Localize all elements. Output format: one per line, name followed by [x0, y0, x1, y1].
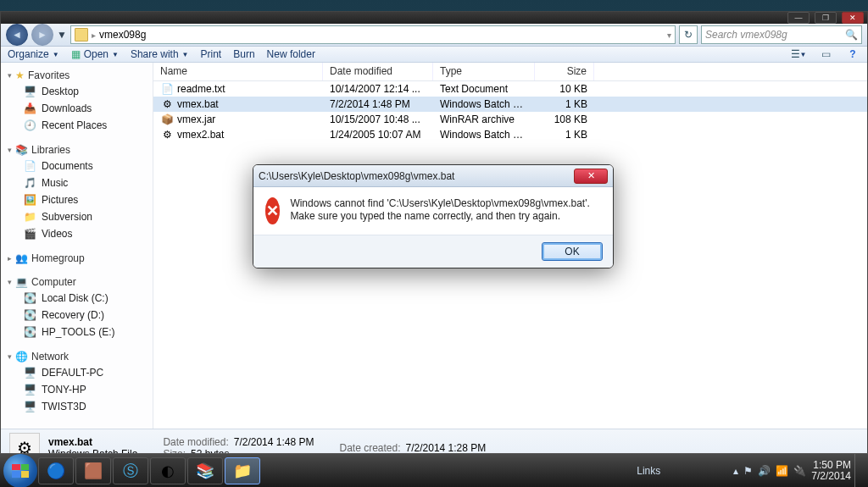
tray-flag-icon[interactable]: ⚑ — [743, 465, 753, 477]
libraries-group: ▾📚Libraries 📄Documents 🎵Music 🖼️Pictures… — [3, 142, 151, 242]
minimize-button[interactable]: — — [787, 12, 810, 24]
favorites-group: ▾★Favorites 🖥️Desktop 📥Downloads 🕘Recent… — [3, 68, 151, 134]
column-headers[interactable]: Name Date modified Type Size — [153, 63, 867, 81]
open-menu[interactable]: ▦Open▼ — [71, 48, 119, 60]
sidebar-item-pictures[interactable]: 🖼️Pictures — [3, 191, 151, 208]
taskbar-skype[interactable]: Ⓢ — [113, 457, 148, 484]
taskbar-steam[interactable]: ◐ — [150, 457, 186, 484]
preview-pane-button[interactable]: ▭ — [818, 47, 833, 62]
breadcrumb-separator-icon: ▸ — [92, 30, 96, 40]
refresh-button[interactable]: ↻ — [679, 25, 698, 44]
tray-volume-icon[interactable]: 🔊 — [758, 465, 771, 477]
file-icon: 📄 — [160, 82, 174, 96]
error-icon: ✕ — [265, 197, 280, 224]
details-created: 7/2/2014 1:28 PM — [406, 442, 487, 454]
sidebar-item-localdisk[interactable]: 💽Local Disk (C:) — [3, 290, 151, 307]
details-modified: 7/2/2014 1:48 PM — [234, 436, 314, 448]
details-created-label: Date created: — [339, 442, 400, 454]
newfolder-button[interactable]: New folder — [267, 48, 315, 60]
file-icon: ⚙ — [160, 128, 174, 141]
organize-menu[interactable]: Organize▼ — [8, 48, 59, 60]
taskbar-winrar[interactable]: 📚 — [187, 457, 223, 484]
col-type[interactable]: Type — [433, 63, 535, 80]
history-dropdown[interactable]: ▼ — [57, 26, 67, 43]
sidebar-item-videos[interactable]: 🎬Videos — [3, 225, 151, 242]
desktop: — ❐ ✕ ◄ ► ▼ ▸ vmex098g ▾ ↻ Search vmex09… — [0, 0, 868, 487]
system-tray[interactable]: ▴ ⚑ 🔊 📶 🔌 — [728, 465, 811, 477]
clock-date: 7/2/2014 — [811, 471, 851, 482]
show-desktop-button[interactable] — [854, 454, 865, 488]
taskbar-explorer[interactable]: 📁 — [225, 457, 260, 484]
file-row[interactable]: ⚙vmex.bat7/2/2014 1:48 PMWindows Batch F… — [153, 97, 867, 112]
sidebar-item-documents[interactable]: 📄Documents — [3, 158, 151, 174]
print-button[interactable]: Print — [201, 48, 222, 60]
ok-button[interactable]: OK — [542, 242, 603, 261]
favorites-header[interactable]: ▾★Favorites — [3, 68, 151, 83]
search-icon[interactable]: 🔍 — [845, 29, 858, 41]
col-date[interactable]: Date modified — [323, 63, 433, 80]
start-button[interactable] — [3, 454, 37, 488]
computer-group: ▾💻Computer 💽Local Disk (C:) 💽Recovery (D… — [3, 274, 151, 340]
sidebar-item-desktop[interactable]: 🖥️Desktop — [3, 83, 151, 100]
details-filename: vmex.bat — [48, 436, 137, 448]
network-header[interactable]: ▾🌐Network — [3, 349, 151, 364]
sidebar-item-downloads[interactable]: 📥Downloads — [3, 100, 151, 117]
help-button[interactable]: ? — [845, 47, 860, 62]
breadcrumb-folder[interactable]: vmex098g — [99, 29, 146, 41]
sidebar-item-subversion[interactable]: 📁Subversion — [3, 208, 151, 225]
sidebar-item-music[interactable]: 🎵Music — [3, 174, 151, 191]
taskbar-chrome[interactable]: 🔵 — [38, 457, 74, 484]
dialog-message: Windows cannot find 'C:\Users\Kyle\Deskt… — [290, 197, 601, 224]
sidebar-item-twist3d[interactable]: 🖥️TWIST3D — [3, 398, 151, 415]
taskbar-app-1[interactable]: 🟫 — [75, 457, 111, 484]
dialog-titlebar[interactable]: C:\Users\Kyle\Desktop\vmex098g\vmex.bat … — [253, 165, 613, 187]
view-options-button[interactable]: ☰▼ — [791, 47, 806, 62]
forward-button[interactable]: ► — [31, 24, 53, 46]
window-titlebar[interactable]: — ❐ ✕ — [1, 12, 867, 24]
sidebar-item-defaultpc[interactable]: 🖥️DEFAULT-PC — [3, 364, 151, 381]
col-name[interactable]: Name — [153, 63, 323, 80]
dialog-close-button[interactable]: ✕ — [574, 169, 608, 184]
toolbar: Organize▼ ▦Open▼ Share with▼ Print Burn … — [1, 47, 867, 63]
error-dialog: C:\Users\Kyle\Desktop\vmex098g\vmex.bat … — [253, 164, 614, 268]
maximize-button[interactable]: ❐ — [815, 12, 837, 24]
close-button[interactable]: ✕ — [842, 12, 864, 24]
homegroup-group: ▸👥Homegroup — [3, 251, 151, 266]
file-icon: ⚙ — [160, 97, 174, 111]
taskbar[interactable]: 🔵 🟫 Ⓢ ◐ 📚 📁 Links ▴ ⚑ 🔊 📶 🔌 1:50 PM 7/2/… — [0, 453, 868, 487]
libraries-header[interactable]: ▾📚Libraries — [3, 142, 151, 158]
search-placeholder: Search vmex098g — [705, 29, 787, 41]
breadcrumb-dropdown-icon[interactable]: ▾ — [667, 30, 671, 40]
address-bar[interactable]: ▸ vmex098g ▾ — [70, 25, 676, 44]
col-size[interactable]: Size — [535, 63, 594, 80]
links-toolbar[interactable]: Links — [637, 465, 660, 477]
sidebar-item-hptools[interactable]: 💽HP_TOOLS (E:) — [3, 324, 151, 340]
sidebar-item-recovery[interactable]: 💽Recovery (D:) — [3, 307, 151, 324]
burn-button[interactable]: Burn — [233, 48, 254, 60]
back-button[interactable]: ◄ — [6, 24, 28, 46]
tray-up-icon[interactable]: ▴ — [733, 465, 738, 477]
sidebar-item-recent[interactable]: 🕘Recent Places — [3, 117, 151, 134]
details-modified-label: Date modified: — [163, 436, 228, 448]
search-input[interactable]: Search vmex098g 🔍 — [701, 25, 862, 44]
clock-time: 1:50 PM — [813, 460, 851, 471]
folder-icon — [75, 28, 88, 42]
tray-power-icon[interactable]: 🔌 — [793, 465, 806, 477]
tray-network-icon[interactable]: 📶 — [776, 465, 788, 477]
sharewith-menu[interactable]: Share with▼ — [131, 48, 189, 60]
file-row[interactable]: ⚙vmex2.bat1/24/2005 10:07 AMWindows Batc… — [153, 127, 867, 142]
navigation-pane[interactable]: ▾★Favorites 🖥️Desktop 📥Downloads 🕘Recent… — [1, 63, 153, 429]
network-group: ▾🌐Network 🖥️DEFAULT-PC 🖥️TONY-HP 🖥️TWIST… — [3, 349, 151, 415]
homegroup-header[interactable]: ▸👥Homegroup — [3, 251, 151, 266]
computer-header[interactable]: ▾💻Computer — [3, 274, 151, 290]
clock[interactable]: 1:50 PM 7/2/2014 — [811, 460, 851, 482]
file-row[interactable]: 📄readme.txt10/14/2007 12:14 ...Text Docu… — [153, 81, 867, 97]
address-bar-row: ◄ ► ▼ ▸ vmex098g ▾ ↻ Search vmex098g 🔍 — [1, 24, 867, 47]
file-icon: 📦 — [160, 113, 174, 126]
dialog-title-text: C:\Users\Kyle\Desktop\vmex098g\vmex.bat — [259, 170, 574, 182]
sidebar-item-tonyhp[interactable]: 🖥️TONY-HP — [3, 381, 151, 398]
file-row[interactable]: 📦vmex.jar10/15/2007 10:48 ...WinRAR arch… — [153, 112, 867, 127]
